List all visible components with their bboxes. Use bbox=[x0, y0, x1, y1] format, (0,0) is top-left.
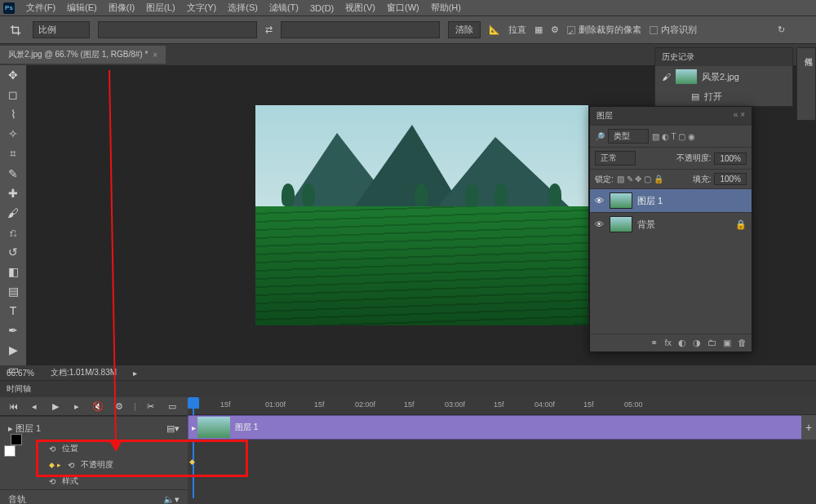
menu-type[interactable]: 文字(Y) bbox=[187, 2, 217, 14]
menu-edit[interactable]: 编辑(E) bbox=[67, 2, 97, 14]
clone-stamp-tool[interactable]: ⎌ bbox=[4, 226, 22, 239]
play-icon[interactable]: ▶ bbox=[49, 400, 62, 412]
panel-close-icon[interactable]: « × bbox=[734, 110, 745, 122]
eyedropper-tool[interactable]: ✎ bbox=[4, 167, 22, 180]
ratio-dropdown[interactable]: 比例 bbox=[33, 21, 90, 38]
keyframe-lane-style[interactable] bbox=[188, 472, 816, 489]
menu-window[interactable]: 窗口(W) bbox=[387, 2, 419, 14]
eraser-tool[interactable]: ◧ bbox=[4, 265, 22, 278]
settings-gear-icon[interactable]: ⚙ bbox=[551, 24, 559, 35]
magic-wand-tool[interactable]: ✧ bbox=[4, 127, 22, 140]
go-start-icon[interactable]: ⏮ bbox=[7, 400, 20, 412]
adjustment-icon[interactable]: ◑ bbox=[693, 338, 701, 348]
type-tool[interactable]: T bbox=[4, 304, 22, 317]
group-icon[interactable]: 🗀 bbox=[707, 338, 716, 348]
keyframe-lane-position[interactable] bbox=[188, 440, 816, 456]
path-select-tool[interactable]: ▶ bbox=[4, 343, 22, 356]
timeline-track-header[interactable]: ▸ 图层 1 ▤▾ bbox=[0, 416, 188, 440]
menu-layer[interactable]: 图层(L) bbox=[146, 2, 175, 14]
straighten-label: 拉直 bbox=[508, 24, 526, 36]
playhead[interactable] bbox=[188, 397, 199, 409]
mask-icon[interactable]: ◐ bbox=[678, 338, 686, 348]
timeline-ruler[interactable]: 15f 01:00f 15f 02:00f 15f 03:00f 15f 04:… bbox=[188, 397, 816, 415]
history-doc-row[interactable]: 🖌 风景2.jpg bbox=[655, 66, 792, 87]
clear-button[interactable]: 清除 bbox=[448, 21, 481, 38]
grid-overlay-icon[interactable]: ▦ bbox=[534, 24, 543, 35]
history-brush-tool[interactable]: ↺ bbox=[4, 245, 22, 259]
document-info[interactable]: 文档:1.01M/3.83M bbox=[51, 367, 117, 378]
layer-filter-dropdown[interactable]: 类型 bbox=[608, 129, 649, 144]
trash-icon[interactable]: 🗑 bbox=[738, 338, 747, 348]
zoom-level[interactable]: 66.67% bbox=[7, 369, 34, 378]
visibility-icon[interactable]: 👁 bbox=[595, 196, 605, 206]
tool-bar: ✥ ◻ ⌇ ✧ ⌗ ✎ ✚ 🖌 ⎌ ↺ ◧ ▤ T ✒ ▶ ▭ ✋ 🔍 ⌗ bbox=[0, 65, 27, 365]
next-frame-icon[interactable]: ▸ bbox=[70, 400, 83, 412]
brush-tool[interactable]: 🖌 bbox=[4, 206, 22, 219]
timeline-prop-style[interactable]: ⟲样式 bbox=[0, 473, 188, 489]
delete-cropped-checkbox[interactable]: 删除裁剪的像素 bbox=[567, 24, 641, 36]
timeline-panel-title[interactable]: 时间轴 bbox=[0, 381, 816, 397]
visibility-icon[interactable]: 👁 bbox=[595, 219, 605, 229]
fill-value[interactable]: 100% bbox=[714, 173, 747, 185]
timeline-audio-track[interactable]: 音轨 🔈▾ bbox=[0, 489, 188, 504]
document-tab[interactable]: 风景2.jpg @ 66.7% (图层 1, RGB/8#) * × bbox=[0, 46, 166, 64]
split-icon[interactable]: ✂ bbox=[144, 400, 157, 412]
history-panel-title[interactable]: 历史记录 bbox=[655, 48, 792, 66]
gradient-tool[interactable]: ▤ bbox=[4, 285, 22, 298]
menu-filter[interactable]: 滤镜(T) bbox=[269, 2, 299, 14]
swap-icon[interactable]: ⇄ bbox=[265, 24, 273, 35]
fx-icon[interactable]: fx bbox=[664, 338, 672, 348]
foreground-color[interactable] bbox=[4, 445, 16, 457]
add-track-button[interactable]: + bbox=[801, 415, 816, 440]
ratio-height-input[interactable] bbox=[281, 21, 440, 38]
menu-help[interactable]: 帮助(H) bbox=[431, 2, 461, 14]
layer-name[interactable]: 背景 bbox=[637, 219, 655, 231]
timeline-prop-position[interactable]: ⟲位置 bbox=[0, 440, 188, 457]
timeline-clip[interactable]: ▸ 图层 1 bbox=[188, 415, 806, 440]
healing-brush-tool[interactable]: ✚ bbox=[4, 187, 22, 200]
pen-tool[interactable]: ✒ bbox=[4, 324, 22, 337]
keyframe-marker[interactable]: ◆ bbox=[189, 458, 195, 466]
reset-icon[interactable]: ↻ bbox=[778, 24, 785, 35]
document-canvas[interactable] bbox=[255, 105, 588, 325]
layer-item-background[interactable]: 👁 背景 🔒 bbox=[590, 212, 752, 236]
timeline-prop-opacity[interactable]: ◆ ▸ ⟲不透明度 bbox=[0, 457, 188, 473]
menu-select[interactable]: 选择(S) bbox=[228, 2, 258, 14]
content-aware-checkbox[interactable]: 内容识别 bbox=[650, 24, 697, 36]
search-icon[interactable]: 🔎 bbox=[595, 132, 605, 141]
track-options-icon[interactable]: ▤▾ bbox=[166, 423, 180, 434]
prev-frame-icon[interactable]: ◂ bbox=[28, 400, 41, 412]
lasso-tool[interactable]: ⌇ bbox=[4, 108, 22, 121]
new-layer-icon[interactable]: ▣ bbox=[723, 338, 731, 348]
menu-file[interactable]: 文件(F) bbox=[26, 2, 55, 14]
history-step-open[interactable]: ▤ 打开 bbox=[655, 87, 792, 106]
crop-tool[interactable]: ⌗ bbox=[4, 147, 22, 161]
properties-panel-collapsed[interactable]: 属性 bbox=[796, 47, 816, 121]
keyframe-lane-opacity[interactable]: ◆ bbox=[188, 456, 816, 472]
background-color[interactable] bbox=[11, 434, 22, 445]
menu-view[interactable]: 视图(V) bbox=[345, 2, 375, 14]
menu-image[interactable]: 图像(I) bbox=[109, 2, 135, 14]
opacity-value[interactable]: 100% bbox=[714, 153, 747, 165]
straighten-icon[interactable]: 📐 bbox=[489, 24, 500, 35]
link-icon[interactable]: ⚭ bbox=[650, 338, 658, 348]
lock-icons[interactable]: ▨ ✎ ✥ ▢ 🔒 bbox=[617, 175, 663, 183]
chevron-right-icon[interactable]: ▸ bbox=[133, 369, 137, 378]
move-tool[interactable]: ✥ bbox=[4, 69, 22, 82]
audio-options-icon[interactable]: 🔈▾ bbox=[163, 494, 180, 504]
layer-name[interactable]: 图层 1 bbox=[637, 195, 663, 207]
marquee-tool[interactable]: ◻ bbox=[4, 88, 22, 101]
filter-icons[interactable]: ▨ ◐ T ▢ ◉ bbox=[652, 132, 695, 141]
blend-mode-dropdown[interactable]: 正常 bbox=[595, 151, 636, 166]
keyframe-nav-icon[interactable]: ◆ ▸ bbox=[49, 461, 61, 469]
layer-item-1[interactable]: 👁 图层 1 bbox=[590, 188, 752, 212]
mute-icon[interactable]: 🔇 bbox=[91, 400, 104, 412]
timeline-tracks-area[interactable]: 15f 01:00f 15f 02:00f 15f 03:00f 15f 04:… bbox=[188, 397, 816, 504]
layer-thumbnail[interactable] bbox=[610, 216, 632, 232]
layers-panel-title[interactable]: 图层 bbox=[596, 110, 613, 122]
close-tab-icon[interactable]: × bbox=[153, 51, 157, 60]
transition-icon[interactable]: ▭ bbox=[166, 400, 179, 412]
menu-3d[interactable]: 3D(D) bbox=[310, 3, 334, 13]
ratio-width-input[interactable] bbox=[98, 21, 257, 38]
layer-thumbnail[interactable] bbox=[610, 192, 632, 209]
